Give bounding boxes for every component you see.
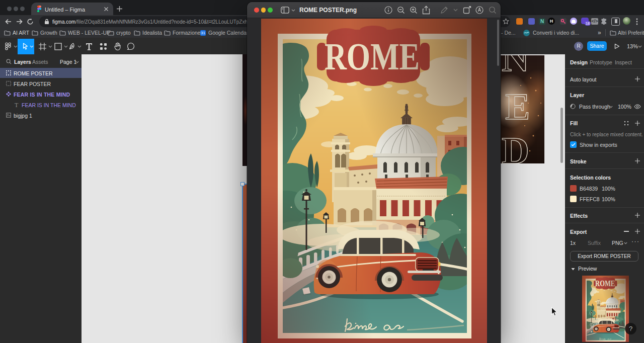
svg-text:D: D <box>502 129 529 163</box>
svg-text:N: N <box>502 55 529 79</box>
svg-text:E: E <box>505 86 530 127</box>
